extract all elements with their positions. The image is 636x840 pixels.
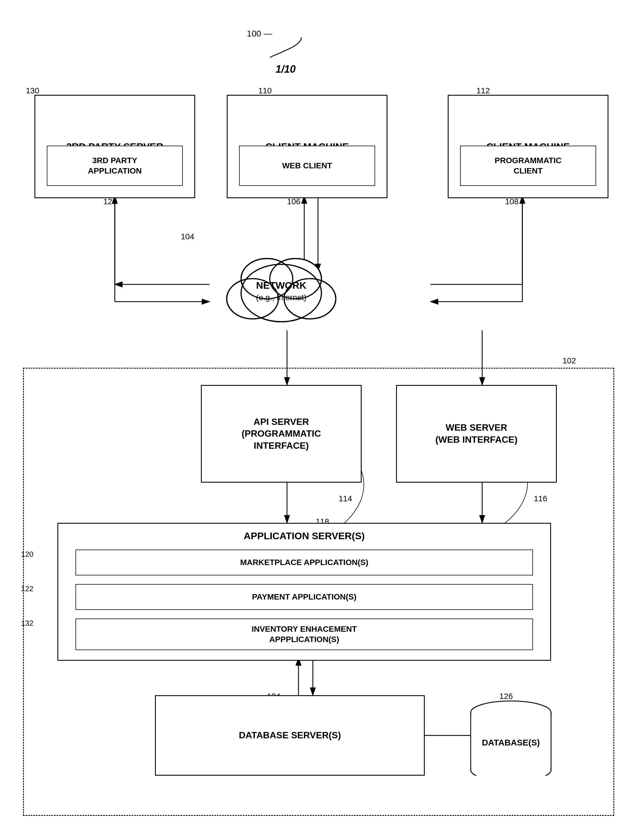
programmatic-client-box: PROGRAMMATICCLIENT: [460, 146, 596, 186]
label-120: 120: [21, 549, 33, 559]
app-server-box: APPLICATION SERVER(S) 120 MARKETPLACE AP…: [57, 523, 551, 661]
label-104: 104: [181, 232, 194, 241]
label-114: 114: [338, 494, 352, 503]
label-106: 106: [287, 197, 301, 206]
label-112: 112: [476, 86, 490, 95]
label-122: 122: [21, 584, 33, 594]
api-server-box: API SERVER(PROGRAMMATICINTERFACE): [201, 385, 362, 483]
third-party-server-box: 3RD PARTY SERVER 3RD PARTYAPPLICATION: [35, 95, 195, 198]
inventory-box: INVENTORY ENHACEMENTAPPPLICATION(S): [76, 619, 533, 650]
label-116: 116: [534, 494, 547, 503]
payment-box: PAYMENT APPLICATION(S): [76, 584, 533, 610]
label-110: 110: [258, 86, 272, 95]
label-130: 130: [26, 86, 39, 95]
label-132: 132: [21, 619, 33, 628]
database-server-box: DATABASE SERVER(S): [155, 695, 425, 776]
third-party-app-box: 3RD PARTYAPPLICATION: [47, 146, 183, 186]
svg-text:DATABASE(S): DATABASE(S): [482, 738, 540, 747]
svg-text:NETWORK: NETWORK: [256, 280, 307, 291]
svg-text:(e.g., Internet): (e.g., Internet): [256, 293, 307, 302]
client-machine-1-box: CLIENT MACHINE WEB CLIENT: [227, 95, 387, 198]
diagram-container: 1/10 100 — 130 3RD PARTY SERVER 3RD PART…: [0, 0, 636, 840]
label-100: 100 —: [247, 29, 272, 38]
client-machine-2-box: CLIENT MACHINE PROGRAMMATICCLIENT: [448, 95, 608, 198]
label-128: 128: [103, 197, 117, 206]
figure-number: 1/10: [275, 63, 296, 75]
label-108: 108: [505, 197, 519, 206]
web-client-box: WEB CLIENT: [239, 146, 375, 186]
database-cylinder: DATABASE(S): [465, 695, 557, 776]
label-102: 102: [562, 356, 576, 365]
network-cloud: NETWORK (e.g., Internet): [201, 235, 362, 333]
marketplace-box: MARKETPLACE APPLICATION(S): [76, 549, 533, 575]
web-server-box: WEB SERVER(WEB INTERFACE): [396, 385, 557, 483]
